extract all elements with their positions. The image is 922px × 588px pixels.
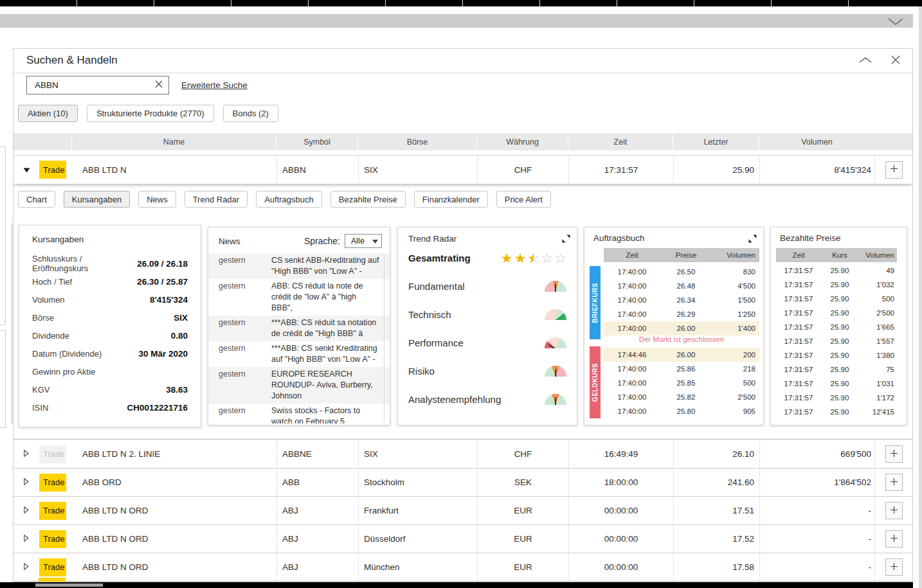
order-volume: 1'250 <box>712 310 759 318</box>
trade-volume: 1'172 <box>858 394 897 402</box>
collapsed-panel-bar[interactable] <box>0 14 913 28</box>
quote-time: 00:00:00 <box>568 525 673 553</box>
news-item[interactable]: gestern ABB: CS réduit la note de crédit… <box>208 279 390 316</box>
filter-chip[interactable]: Strukturierte Produkte (2770) <box>87 105 214 122</box>
table-row: Trade ABB LTD N ABBN SIX CHF 17:31:57 25… <box>14 155 912 184</box>
instrument-symbol: ABJ <box>276 553 358 581</box>
trade-price: 25.90 <box>821 309 858 317</box>
orderbook-row: 17:40:00 26.50 830 <box>604 265 759 279</box>
expand-panel-icon[interactable] <box>562 234 570 245</box>
news-panel: News Sprache: Alle gestern CS senkt ABB-… <box>208 227 390 425</box>
order-price: 26.34 <box>660 296 712 304</box>
gauge-icon <box>545 309 566 320</box>
news-date: gestern <box>219 255 271 277</box>
chevron-down-icon[interactable] <box>887 17 904 28</box>
result-filter-chips: Aktien (10) Strukturierte Produkte (2770… <box>18 105 278 122</box>
trade-button[interactable]: Trade <box>39 502 66 520</box>
filter-chip[interactable]: Aktien (10) <box>18 105 78 122</box>
add-to-watchlist-button[interactable] <box>885 445 903 463</box>
trade-button[interactable]: Trade <box>39 558 66 576</box>
detail-tab[interactable]: News <box>138 191 176 208</box>
table-row: Trade ABB LTD N ORD ABJ Düsseldorf EUR 0… <box>14 525 912 553</box>
column-header[interactable]: Letzter <box>673 133 759 150</box>
column-header[interactable]: Name <box>72 133 276 150</box>
last-price: 17.51 <box>673 497 759 524</box>
close-dialog-button[interactable] <box>890 55 901 67</box>
search-input[interactable] <box>27 80 149 90</box>
filter-chip[interactable]: Bonds (2) <box>223 105 278 122</box>
star-icon: ★ <box>514 251 527 265</box>
order-time: 17:40:00 <box>604 325 660 332</box>
detail-tab[interactable]: Finanzkalender <box>414 191 488 208</box>
trade-button[interactable]: Trade <box>39 530 66 548</box>
add-to-watchlist-button[interactable] <box>885 502 903 519</box>
next-row-trade-button-partial[interactable] <box>39 578 66 582</box>
expand-row-toggle[interactable] <box>14 525 39 553</box>
orderbook-row: 17:40:00 26.48 4'500 <box>604 279 759 293</box>
instrument-name: ABB LTD N ORD <box>72 553 276 581</box>
detail-tab[interactable]: Kursangaben <box>64 191 130 208</box>
detail-tab[interactable]: Trend Radar <box>185 191 248 208</box>
trade-volume: 1'380 <box>858 352 897 359</box>
clear-search-button[interactable] <box>149 80 168 91</box>
detail-tab[interactable]: Price Alert <box>496 191 551 208</box>
add-to-watchlist-button[interactable] <box>885 161 903 179</box>
order-time: 17:40:00 <box>604 296 660 304</box>
trade-button[interactable]: Trade <box>39 474 66 492</box>
instrument-symbol: ABBN <box>276 156 358 184</box>
expand-row-toggle[interactable] <box>14 553 39 581</box>
expand-row-toggle[interactable] <box>14 468 39 496</box>
trade-button: Trade <box>39 445 66 463</box>
collapse-dialog-button[interactable] <box>858 55 872 67</box>
news-item[interactable]: gestern Swiss stocks - Factors to watch … <box>208 404 390 423</box>
last-price: 26.10 <box>673 440 759 468</box>
panel-title: Bezahlte Preise <box>771 233 907 243</box>
instrument-exchange: SIX <box>358 156 477 184</box>
column-header[interactable]: Symbol <box>276 133 358 150</box>
trade-volume: 1'031 <box>858 380 897 388</box>
add-to-watchlist-button[interactable] <box>885 474 903 491</box>
paid-price-row: 17:31:57 25.90 1'380 <box>776 348 897 362</box>
detail-tab[interactable]: Auftragsbuch <box>256 191 322 208</box>
paid-price-row: 17:31:57 25.90 75 <box>776 362 897 377</box>
column-header[interactable]: Börse <box>358 133 477 150</box>
instrument-symbol: ABJ <box>276 525 358 553</box>
triangle-down-icon <box>23 165 30 175</box>
expand-row-toggle[interactable] <box>14 440 39 468</box>
vertical-scrollbar[interactable] <box>919 6 922 588</box>
trend-gauge-row: Risiko <box>408 357 566 385</box>
language-select[interactable]: Alle <box>345 234 382 248</box>
column-header[interactable]: Volumen <box>759 133 874 150</box>
order-volume: 500 <box>712 379 759 387</box>
kv-value: CH0012221716 <box>127 403 188 413</box>
order-price: 26.48 <box>660 282 712 290</box>
chevron-down-icon <box>372 236 378 245</box>
expand-row-toggle[interactable] <box>14 497 39 524</box>
gauge-icon <box>545 394 566 405</box>
column-header[interactable]: Währung <box>477 133 568 150</box>
column-header[interactable]: Zeit <box>568 133 673 150</box>
trade-button[interactable]: Trade <box>39 161 66 179</box>
orderbook-row: 17:40:00 25.82 2'500 <box>604 390 759 404</box>
news-headline: ***ABB: CS senkt Kreditrating auf "High … <box>271 343 379 365</box>
trade-time: 17:31:57 <box>776 352 821 359</box>
horizontal-scrollbar-thumb[interactable] <box>35 584 103 587</box>
news-item[interactable]: gestern ***ABB: CS senkt Kreditrating au… <box>208 341 390 367</box>
expand-panel-icon[interactable] <box>748 234 757 245</box>
detail-tab[interactable]: Bezahlte Preise <box>330 191 406 208</box>
plus-icon <box>890 534 898 544</box>
add-to-watchlist-button[interactable] <box>885 530 903 548</box>
news-item[interactable]: gestern EUROPE RESEARCH ROUNDUP- Aviva, … <box>208 367 390 404</box>
orderbook-row: 17:40:00 26.34 1'500 <box>604 293 759 307</box>
news-item[interactable]: gestern CS senkt ABB-Kreditrating auf "H… <box>208 253 390 279</box>
detail-tab[interactable]: Chart <box>18 191 55 208</box>
news-headline: ABB: CS réduit la note de crédit de "low… <box>271 281 379 314</box>
add-to-watchlist-button[interactable] <box>885 558 903 576</box>
ask-rows: 17:40:00 26.50 830 17:40:00 26.48 4'500 … <box>604 265 759 335</box>
paid-col-zeit: Zeit <box>776 251 821 259</box>
trend-gauge-row: Performance <box>408 328 566 357</box>
paid-price-row: 17:31:57 25.90 1'172 <box>776 391 897 405</box>
advanced-search-link[interactable]: Erweiterte Suche <box>181 80 248 90</box>
expand-row-toggle[interactable] <box>14 156 39 184</box>
news-item[interactable]: gestern ***ABB: CS réduit sa notation de… <box>208 316 390 341</box>
